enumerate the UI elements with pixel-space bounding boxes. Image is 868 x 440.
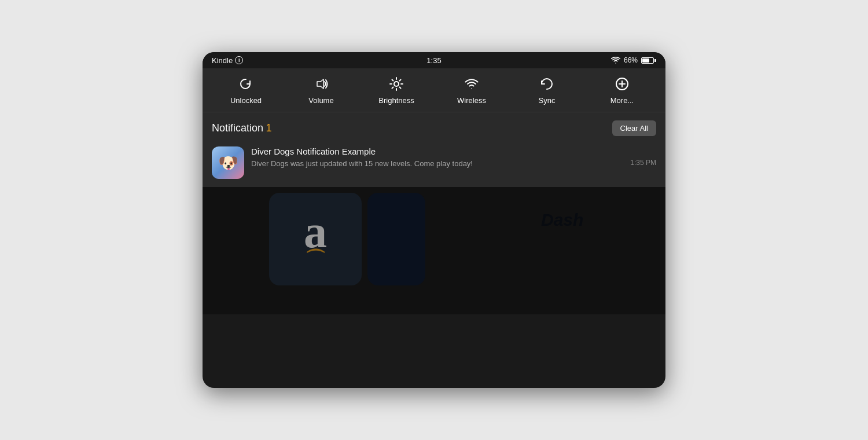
more-action[interactable]: More... — [599, 75, 645, 105]
svg-point-1 — [394, 82, 399, 86]
sync-action[interactable]: Sync — [524, 75, 570, 105]
notification-section: Notification 1 Clear All 🐶 Diver Dogs No… — [203, 112, 665, 187]
volume-label: Volume — [308, 96, 333, 105]
status-bar: Kindle i 1:35 66% — [203, 52, 665, 68]
amazon-logo: a ⌒ — [304, 208, 327, 270]
more-label: More... — [610, 96, 634, 105]
unlocked-label: Unlocked — [230, 96, 262, 105]
app-name-label: Kindle — [212, 56, 233, 65]
amazon-icon-bg: a ⌒ — [269, 193, 362, 285]
dash-text: Dash — [541, 210, 583, 230]
notification-body: Diver Dogs was just updated with 15 new … — [251, 159, 623, 169]
wireless-label: Wireless — [457, 96, 486, 105]
status-right: 66% — [611, 56, 656, 64]
volume-icon — [312, 75, 330, 93]
wireless-action[interactable]: Wireless — [448, 75, 495, 105]
svg-line-7 — [400, 87, 401, 89]
notification-title-group: Notification 1 — [212, 122, 272, 134]
battery-percent-label: 66% — [624, 56, 638, 64]
notification-count-num: 1 — [266, 122, 272, 134]
svg-line-8 — [400, 80, 401, 81]
svg-line-6 — [392, 80, 393, 81]
clear-all-button[interactable]: Clear All — [612, 120, 656, 136]
notification-title: Notification — [212, 122, 263, 134]
status-left: Kindle i — [212, 56, 243, 65]
brightness-label: Brightness — [378, 96, 414, 105]
background-area: a ⌒ Dash — [203, 187, 665, 314]
quick-actions-bar: Unlocked Volume — [203, 68, 665, 112]
more-icon — [613, 75, 631, 93]
info-badge-icon: i — [235, 56, 243, 64]
status-time: 1:35 — [426, 56, 441, 65]
notification-app-title: Diver Dogs Notification Example — [251, 146, 623, 156]
brightness-icon — [388, 75, 405, 93]
notification-item[interactable]: 🐶 Diver Dogs Notification Example Diver … — [203, 142, 665, 187]
device-frame: Kindle i 1:35 66% — [203, 52, 665, 388]
notification-time: 1:35 PM — [630, 159, 656, 167]
sync-label: Sync — [539, 96, 556, 105]
brightness-action[interactable]: Brightness — [373, 75, 420, 105]
notification-header: Notification 1 Clear All — [203, 112, 665, 142]
wifi-status-icon — [611, 57, 620, 64]
wireless-icon — [463, 75, 480, 93]
svg-line-9 — [392, 87, 393, 89]
amazon-arrow-icon: ⌒ — [305, 249, 326, 270]
volume-action[interactable]: Volume — [298, 75, 344, 105]
unlocked-action[interactable]: Unlocked — [223, 75, 269, 105]
dash-icon-bg: Dash — [367, 193, 425, 285]
sync-icon — [538, 75, 556, 93]
battery-icon — [641, 57, 656, 64]
diver-dogs-app-icon: 🐶 — [212, 146, 244, 179]
notification-content: Diver Dogs Notification Example Diver Do… — [251, 146, 623, 169]
svg-marker-0 — [317, 79, 323, 89]
unlocked-icon — [237, 75, 255, 93]
